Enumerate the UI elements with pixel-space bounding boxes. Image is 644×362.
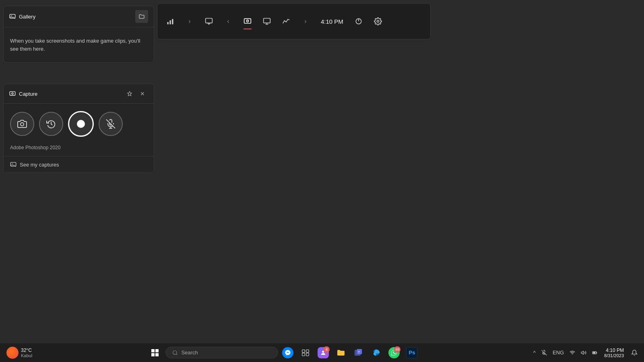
search-bar[interactable]: Search	[165, 347, 278, 358]
edge-app-icon	[371, 347, 382, 358]
weather-temp: 32°C	[21, 348, 32, 353]
weather-widget[interactable]: 32°C Kabul	[3, 345, 35, 360]
record-inner-dot	[77, 120, 85, 128]
taskbar-photoshop-button[interactable]: Ps	[404, 345, 420, 361]
gallery-folder-button[interactable]	[135, 10, 148, 23]
screen-overlay-button[interactable]	[258, 12, 276, 30]
notification-icon	[631, 350, 638, 356]
battery-icon	[592, 350, 598, 356]
tray-volume-button[interactable]	[578, 348, 589, 357]
screenshot-button[interactable]	[10, 112, 34, 136]
capture-header: Capture ✕	[4, 84, 154, 104]
svg-rect-2	[172, 19, 173, 24]
svg-rect-32	[593, 352, 595, 354]
taskbar: 32°C Kabul Search	[0, 343, 644, 362]
teams-personal-badge: 8	[323, 346, 330, 353]
svg-point-11	[11, 15, 12, 16]
file-explorer-icon	[336, 348, 346, 358]
gallery-empty-message: When you take screenshots and make game …	[4, 27, 154, 62]
wifi-icon	[570, 350, 575, 356]
widget-button-1[interactable]	[161, 12, 179, 30]
chevron-up-icon: ^	[533, 350, 536, 356]
svg-rect-1	[169, 21, 171, 25]
gallery-link-icon	[10, 161, 17, 168]
svg-point-14	[21, 123, 24, 126]
svg-rect-22	[302, 353, 305, 356]
messenger-app-icon	[282, 347, 293, 358]
history-icon	[46, 119, 56, 129]
taskbar-teams-personal-button[interactable]: 8	[315, 345, 331, 361]
usb-button[interactable]	[350, 12, 367, 30]
bar-time-display: 4:10 PM	[316, 18, 348, 25]
taskbar-whatsapp-button[interactable]: 89	[386, 345, 402, 361]
svg-point-5	[247, 20, 249, 22]
tray-lang-button[interactable]: ENG	[550, 348, 566, 357]
edge-icon	[372, 348, 381, 357]
capture-title-row: Capture	[9, 90, 37, 97]
performance-icon	[282, 17, 290, 25]
volume-icon	[581, 350, 586, 356]
clock-date: 8/31/2023	[604, 353, 624, 358]
settings-icon	[374, 17, 382, 25]
bar-chart-icon	[166, 17, 174, 25]
mic-off-icon	[106, 119, 116, 129]
svg-point-18	[173, 350, 177, 354]
svg-marker-30	[581, 351, 583, 354]
capture-pin-button[interactable]	[124, 88, 135, 99]
svg-rect-21	[306, 350, 309, 352]
chevron-left-icon: ‹	[227, 18, 229, 25]
taskbar-center: Search	[39, 344, 528, 362]
social-widget-button[interactable]	[200, 12, 218, 30]
taskbar-edge-button[interactable]	[368, 345, 384, 361]
folder-icon	[138, 13, 145, 20]
taskbar-taskview-button[interactable]	[297, 345, 314, 361]
capture-close-button[interactable]: ✕	[137, 88, 148, 99]
tray-battery-button[interactable]	[590, 348, 600, 357]
capture-buttons-row	[4, 104, 154, 144]
people-icon	[205, 17, 213, 25]
see-captures-button[interactable]: See my captures	[4, 156, 154, 173]
chevron-right-btn-1[interactable]: ›	[181, 12, 198, 30]
clock-area[interactable]: 4:10 PM 8/31/2023	[601, 346, 627, 360]
tray-expand-button[interactable]: ^	[531, 348, 538, 357]
photoshop-ps-label: Ps	[409, 350, 415, 356]
svg-point-13	[12, 93, 13, 94]
svg-rect-0	[167, 22, 169, 25]
start-button[interactable]	[146, 344, 164, 362]
chevron-right-btn-2[interactable]: ›	[297, 12, 314, 30]
chevron-right-icon-2: ›	[304, 18, 306, 25]
svg-rect-3	[206, 19, 213, 23]
see-captures-label: See my captures	[20, 162, 59, 168]
svg-rect-20	[302, 350, 305, 352]
taskbar-right: ^ ENG	[528, 346, 644, 360]
notification-button[interactable]	[628, 346, 641, 359]
taskview-icon	[301, 349, 310, 357]
settings-button[interactable]	[369, 12, 387, 30]
taskbar-ms-teams-button[interactable]: T	[351, 345, 367, 361]
svg-rect-6	[264, 19, 270, 23]
whatsapp-badge: 89	[394, 346, 400, 353]
svg-point-9	[377, 21, 379, 23]
gallery-header: Gallery	[4, 6, 154, 27]
taskbar-messenger-button[interactable]	[280, 345, 296, 361]
screen-icon	[263, 17, 271, 25]
clock-time: 4:10 PM	[606, 348, 624, 353]
tray-wifi-button[interactable]	[567, 348, 578, 357]
usb-icon	[355, 17, 363, 25]
messenger-icon	[285, 350, 291, 356]
start-recording-button[interactable]	[68, 111, 94, 137]
svg-point-17	[12, 163, 13, 164]
microphone-toggle-button[interactable]	[99, 112, 123, 136]
performance-button[interactable]	[277, 12, 295, 30]
taskbar-file-explorer-button[interactable]	[333, 345, 349, 361]
chevron-right-icon: ›	[188, 18, 190, 25]
capture-header-actions: ✕	[124, 88, 148, 99]
svg-rect-12	[10, 92, 15, 95]
record-last-button[interactable]	[39, 112, 63, 136]
gallery-title: Gallery	[19, 14, 35, 20]
gallery-title-row: Gallery	[9, 13, 35, 20]
chevron-left-btn-1[interactable]: ‹	[219, 12, 237, 30]
tray-mic-button[interactable]	[539, 348, 549, 357]
capture-bar-button[interactable]	[239, 12, 256, 30]
pin-icon	[127, 91, 132, 97]
